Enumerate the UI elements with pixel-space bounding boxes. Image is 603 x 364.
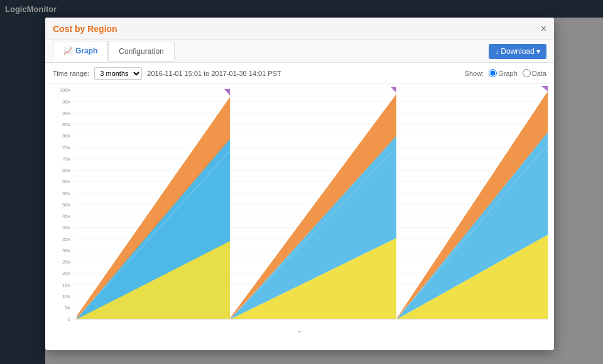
svg-text:85k: 85k (62, 122, 70, 127)
svg-text:35k: 35k (62, 237, 70, 242)
svg-text:30k: 30k (62, 248, 70, 254)
show-data-option[interactable]: Data (523, 69, 546, 77)
svg-text:70k: 70k (62, 156, 70, 162)
svg-text:30. Jan: 30. Jan (536, 324, 553, 325)
bottom-controls: ⌄ (45, 325, 554, 335)
show-label: Show: (465, 70, 484, 77)
modal-dialog: Cost by Region × 📈 Graph Configuration ↓… (45, 18, 554, 350)
svg-text:75k: 75k (62, 145, 70, 151)
scroll-down-icon[interactable]: ⌄ (296, 326, 303, 335)
modal-header: Cost by Region × (45, 18, 554, 40)
svg-text:28. Nov: 28. Nov (181, 324, 198, 325)
svg-marker-57 (541, 86, 548, 92)
svg-text:10k: 10k (62, 294, 70, 299)
svg-text:5. Dec: 5. Dec (232, 324, 247, 325)
svg-text:95k: 95k (62, 99, 70, 105)
show-graph-option[interactable]: Graph (489, 69, 518, 77)
svg-text:5k: 5k (65, 305, 71, 311)
svg-text:16. Jan: 16. Jan (464, 324, 481, 325)
svg-text:0: 0 (68, 316, 71, 322)
graph-area: 100k 95k 90k 85k 80k 75k 70k 65k 60k 55k… (45, 84, 554, 325)
tab-configuration[interactable]: Configuration (108, 41, 174, 62)
svg-text:55k: 55k (62, 191, 70, 196)
svg-text:14. Nov: 14. Nov (109, 324, 126, 325)
toolbar-right: Show: Graph Data (465, 69, 546, 77)
graph-svg: 100k 95k 90k 85k 80k 75k 70k 65k 60k 55k… (45, 84, 554, 325)
svg-text:21. Nov: 21. Nov (143, 324, 161, 325)
tab-group: 📈 Graph Configuration (53, 41, 175, 62)
svg-text:45k: 45k (62, 213, 70, 219)
svg-text:40k: 40k (62, 225, 70, 231)
svg-text:23. Jan: 23. Jan (502, 324, 518, 325)
toolbar-left: Time range: 3 months 2016-11-01 15:01 to… (53, 67, 281, 80)
svg-text:20k: 20k (62, 270, 70, 276)
tab-graph[interactable]: 📈 Graph (53, 41, 108, 62)
svg-text:9. Jan: 9. Jan (431, 324, 445, 325)
tab-configuration-label: Configuration (119, 47, 163, 56)
svg-text:2. Jan: 2. Jan (396, 324, 410, 325)
tab-graph-label: Graph (75, 46, 97, 55)
svg-text:26. Dec: 26. Dec (344, 324, 362, 325)
svg-text:65k: 65k (62, 168, 70, 173)
svg-text:7. Nov: 7. Nov (75, 324, 90, 325)
modal-overlay[interactable]: Cost by Region × 📈 Graph Configuration ↓… (0, 0, 603, 364)
chart-icon: 📈 (63, 46, 73, 55)
svg-text:25k: 25k (62, 259, 70, 265)
svg-text:90k: 90k (62, 110, 70, 116)
show-graph-label: Graph (498, 70, 518, 77)
graph-toolbar: Time range: 3 months 2016-11-01 15:01 to… (45, 63, 554, 84)
download-button[interactable]: ↓ Download ▾ (489, 44, 546, 59)
date-range-label: 2016-11-01 15:01 to 2017-01-30 14:01 PST (147, 70, 281, 77)
time-range-label: Time range: (53, 70, 89, 77)
svg-text:60k: 60k (62, 179, 70, 185)
svg-text:50k: 50k (62, 202, 70, 208)
svg-marker-47 (224, 89, 231, 97)
svg-text:13. Dec: 13. Dec (269, 324, 286, 325)
modal-tabs: 📈 Graph Configuration ↓ Download ▾ (45, 40, 554, 63)
svg-text:80k: 80k (62, 134, 70, 139)
time-range-select[interactable]: 3 months (94, 67, 142, 80)
svg-text:100k: 100k (60, 88, 70, 94)
show-data-label: Data (532, 70, 546, 77)
svg-text:19. Dec: 19. Dec (305, 324, 322, 325)
svg-text:15k: 15k (62, 282, 70, 288)
modal-close-button[interactable]: × (541, 24, 546, 34)
modal-title: Cost by Region (53, 24, 117, 34)
